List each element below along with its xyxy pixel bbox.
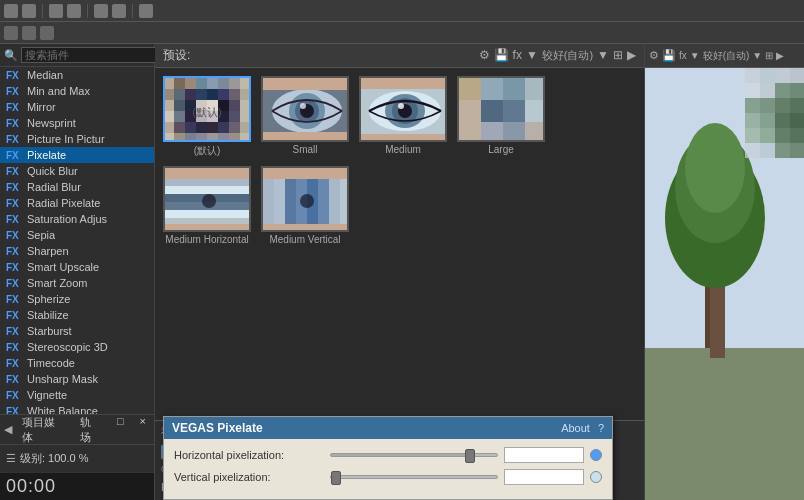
- preview-auto-dropdown-icon[interactable]: ▼: [752, 50, 762, 61]
- second-toolbar: [0, 22, 804, 44]
- fx-item-quick-blur[interactable]: FXQuick Blur: [0, 163, 154, 179]
- search-input[interactable]: [21, 47, 167, 63]
- help-link[interactable]: ?: [598, 422, 604, 434]
- horizontal-slider-thumb[interactable]: [465, 449, 475, 463]
- fx-preset-icon[interactable]: fx: [513, 48, 522, 63]
- svg-rect-12: [196, 89, 207, 100]
- horizontal-param-row: Horizontal pixelization: 0.844: [174, 447, 602, 463]
- gear-icon[interactable]: [67, 4, 81, 18]
- fx-item-mirror[interactable]: FXMirror: [0, 99, 154, 115]
- eye-small-svg: [263, 78, 349, 142]
- fx-item-unsharp-mask[interactable]: FXUnsharp Mask: [0, 371, 154, 387]
- fx-item-newsprint[interactable]: FXNewsprint: [0, 115, 154, 131]
- sidebar-close-button[interactable]: □: [113, 413, 128, 447]
- svg-rect-41: [163, 133, 174, 140]
- thumb-medium-vertical[interactable]: Medium Vertical: [261, 166, 349, 245]
- fx-badge: FX: [6, 214, 24, 225]
- tool1-icon[interactable]: [4, 26, 18, 40]
- fx-item-radial-blur[interactable]: FXRadial Blur: [0, 179, 154, 195]
- vertical-value-input[interactable]: 0.000: [504, 469, 584, 485]
- undo-icon[interactable]: [94, 4, 108, 18]
- preview-grid-icon[interactable]: ⊞: [765, 50, 773, 61]
- svg-rect-83: [165, 186, 251, 194]
- svg-rect-34: [174, 122, 185, 133]
- thumb-large[interactable]: Large: [457, 76, 545, 155]
- fx-item-saturation-adjus[interactable]: FXSaturation Adjus: [0, 211, 154, 227]
- horizontal-slider-track[interactable]: [330, 453, 498, 457]
- horizontal-keyframe-dot[interactable]: [590, 449, 602, 461]
- preview-dropdown-icon[interactable]: ▼: [690, 50, 700, 61]
- vertical-slider-thumb[interactable]: [331, 471, 341, 485]
- file-icon[interactable]: [4, 4, 18, 18]
- svg-rect-93: [263, 178, 274, 224]
- fx-badge: FX: [6, 390, 24, 401]
- horizontal-value-input[interactable]: 0.844: [504, 447, 584, 463]
- svg-rect-94: [274, 178, 285, 224]
- collapse-icon[interactable]: ◀: [4, 423, 12, 436]
- fx-item-radial-pixelate[interactable]: FXRadial Pixelate: [0, 195, 154, 211]
- redo-icon[interactable]: [112, 4, 126, 18]
- tool3-icon[interactable]: [40, 26, 54, 40]
- vertical-slider-track[interactable]: [330, 475, 498, 479]
- sidebar-tab-track[interactable]: 轨场: [76, 413, 105, 447]
- preview-content: [645, 68, 804, 500]
- fx-item-sharpen[interactable]: FXSharpen: [0, 243, 154, 259]
- fx-badge: FX: [6, 342, 24, 353]
- fx-item-label: Smart Upscale: [27, 261, 99, 273]
- vertical-keyframe-dot[interactable]: [590, 471, 602, 483]
- preview-more-icon[interactable]: ▶: [776, 50, 784, 61]
- fx-item-min-and-max[interactable]: FXMin and Max: [0, 83, 154, 99]
- fx-item-smart-zoom[interactable]: FXSmart Zoom: [0, 275, 154, 291]
- svg-rect-39: [229, 122, 240, 133]
- thumb-small[interactable]: Small: [261, 76, 349, 155]
- settings-icon[interactable]: [49, 4, 63, 18]
- dropdown-preset-icon[interactable]: ▼: [526, 48, 538, 63]
- fx-item-median[interactable]: FXMedian: [0, 67, 154, 83]
- fx-item-stereoscopic-3d[interactable]: FXStereoscopic 3D: [0, 339, 154, 355]
- svg-rect-123: [745, 113, 760, 128]
- svg-rect-103: [263, 225, 349, 232]
- about-link[interactable]: About: [561, 422, 590, 434]
- svg-rect-75: [525, 100, 545, 122]
- fx-item-stabilize[interactable]: FXStabilize: [0, 307, 154, 323]
- svg-rect-43: [185, 133, 196, 140]
- svg-point-64: [398, 103, 404, 109]
- thumb-medium-horizontal[interactable]: Medium Horizontal: [163, 166, 251, 245]
- thumb-medium[interactable]: Medium: [359, 76, 447, 155]
- save-preset-icon[interactable]: 💾: [494, 48, 509, 63]
- preview-toolbar: ⚙ 💾 fx ▼ 较好(自动) ▼ ⊞ ▶: [645, 44, 804, 68]
- thumb-default[interactable]: (默认) (默认): [163, 76, 251, 158]
- svg-rect-126: [790, 113, 804, 128]
- folder-icon[interactable]: [22, 4, 36, 18]
- svg-rect-15: [229, 89, 240, 100]
- sidebar-tab-project[interactable]: 项目媒体: [18, 413, 68, 447]
- preview-save-icon[interactable]: 💾: [662, 49, 676, 62]
- horizontal-slider-fill: [331, 454, 470, 456]
- fx-item-picture-in-pictur[interactable]: FXPicture In Pictur: [0, 131, 154, 147]
- auto-label: 较好(自动): [542, 48, 593, 63]
- fx-item-sepia[interactable]: FXSepia: [0, 227, 154, 243]
- fx-item-vignette[interactable]: FXVignette: [0, 387, 154, 403]
- preview-fx-icon[interactable]: fx: [679, 50, 687, 61]
- svg-rect-2: [174, 78, 185, 89]
- fx-item-spherize[interactable]: FXSpherize: [0, 291, 154, 307]
- svg-rect-38: [218, 122, 229, 133]
- preview-gear-icon[interactable]: ⚙: [649, 49, 659, 62]
- more-icon[interactable]: ▶: [627, 48, 636, 63]
- svg-rect-13: [207, 89, 218, 100]
- fx-badge: FX: [6, 102, 24, 113]
- popup-header: VEGAS Pixelate About ?: [164, 417, 612, 439]
- svg-rect-122: [790, 98, 804, 113]
- svg-rect-23: [229, 100, 240, 111]
- auto-dropdown-icon[interactable]: ▼: [597, 48, 609, 63]
- grid-icon[interactable]: ⊞: [613, 48, 623, 63]
- play-icon[interactable]: [139, 4, 153, 18]
- fx-item-timecode[interactable]: FXTimecode: [0, 355, 154, 371]
- sidebar-x-button[interactable]: ×: [136, 413, 150, 447]
- fx-item-starburst[interactable]: FXStarburst: [0, 323, 154, 339]
- fx-item-smart-upscale[interactable]: FXSmart Upscale: [0, 259, 154, 275]
- fx-item-pixelate[interactable]: FXPixelate: [0, 147, 154, 163]
- svg-rect-35: [185, 122, 196, 133]
- tool2-icon[interactable]: [22, 26, 36, 40]
- gear-preset-icon[interactable]: ⚙: [479, 48, 490, 63]
